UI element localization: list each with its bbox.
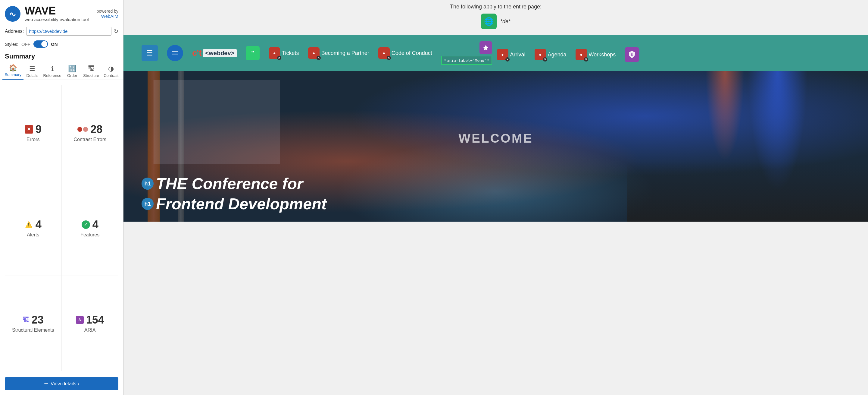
arrival-error-badge: ✕ (505, 57, 509, 61)
nav-item-tickets[interactable]: ● ✕ Tickets (269, 47, 299, 59)
nav-item-becoming-partner[interactable]: ● ✕ Becoming a Partner (308, 47, 369, 59)
nav-list-icon-1: ☰ (142, 45, 158, 61)
lang-indicator: 🌐 *de* (129, 10, 862, 32)
refresh-button[interactable]: ↻ (114, 28, 118, 35)
webAIM-link[interactable]: WebAIM (101, 13, 118, 19)
contrast-icon-badge (78, 127, 88, 132)
error-icon: ✕ (25, 125, 33, 134)
toggle-off-label: OFF (21, 41, 30, 47)
welcome-text: WELCOME (458, 131, 533, 146)
left-panel: WAVE web accessibility evaluation tool p… (0, 0, 123, 395)
hero-title-text-1: THE Conference for (156, 175, 303, 192)
nav-item-agenda[interactable]: ● ✕ Agenda (535, 49, 566, 60)
right-panel: The following apply to the entire page: … (123, 0, 868, 395)
summary-errors-cell: ✕ 9 Errors (5, 85, 62, 180)
tab-reference[interactable]: ℹ Reference (41, 62, 63, 80)
wave-title: WAVE (25, 5, 89, 16)
powered-by-text: powered by (97, 9, 118, 13)
contrast-count-row: 28 (78, 123, 102, 136)
hero-section: WELCOME h1 THE Conference for h1 Fronten… (123, 71, 868, 222)
aria-count-row: A 154 (76, 314, 104, 326)
tickets-error-badge: ✕ (277, 56, 281, 60)
top-info-bar: The following apply to the entire page: … (123, 0, 868, 35)
partner-label: Becoming a Partner (321, 50, 369, 56)
wave-title-block: WAVE web accessibility evaluation tool (25, 5, 89, 22)
nav-item-arrival[interactable]: ● ✕ Arrival (497, 49, 526, 60)
agenda-label: Agenda (548, 52, 566, 58)
arrival-error-icon: ● ✕ (497, 49, 508, 60)
conduct-error-icon: ● ✕ (378, 47, 390, 59)
powered-block: powered by WebAIM (97, 9, 118, 19)
alert-icon: ⚠️ (25, 220, 33, 229)
structural-icon: 🏗 (23, 316, 29, 324)
tab-summary[interactable]: 🏠 Summary (2, 61, 24, 80)
features-count-row: ✓ 4 (82, 218, 98, 231)
list-icon: ☰ (29, 65, 35, 73)
styles-label: Styles: (5, 41, 19, 47)
view-details-button[interactable]: ☰ View details › (5, 377, 118, 390)
tab-structure[interactable]: 🏗 Structure (81, 62, 101, 80)
summary-features-cell: ✓ 4 Features (62, 180, 119, 276)
order-icon: 🔢 (68, 65, 76, 73)
quote-icon: " (246, 46, 259, 60)
aria-label-box: *aria-label="Menü"* (441, 56, 492, 65)
structure-icon: 🏗 (88, 65, 95, 73)
wave-logo (5, 6, 21, 22)
address-input[interactable] (26, 27, 112, 35)
tickets-label: Tickets (282, 50, 299, 56)
workshops-error-icon: ● ✕ (576, 49, 587, 60)
structural-count-row: 🏗 23 (23, 314, 44, 326)
aria-label-text: *aria-label="Menü"* (444, 58, 489, 63)
alerts-count: 4 (35, 218, 41, 231)
summary-grid: ✕ 9 Errors 28 Contrast Errors ⚠️ 4 Alert… (0, 80, 123, 371)
tab-reference-label: Reference (43, 73, 61, 78)
nav-row-2: ● ✕ Arrival ● ✕ Agenda ● ✕ Workshops (497, 47, 640, 62)
hero-title-line1: h1 THE Conference for (142, 175, 327, 192)
lang-badge: *de* (500, 19, 510, 25)
h1-badge-1: h1 (142, 178, 154, 190)
structural-count: 23 (32, 314, 44, 326)
structural-label: Structural Elements (12, 328, 54, 333)
styles-toggle[interactable] (33, 40, 48, 48)
errors-count: 9 (35, 123, 41, 136)
tab-details[interactable]: ☰ Details (24, 62, 41, 80)
contrast-count: 28 (90, 123, 102, 136)
workshops-error-badge: ✕ (584, 57, 588, 61)
styles-row: Styles: OFF ON (0, 38, 123, 51)
home-icon: 🏠 (9, 64, 17, 72)
partner-error-icon: ● ✕ (308, 47, 319, 59)
shield-icon: S (625, 47, 639, 62)
svg-text:S: S (631, 53, 633, 56)
tabs-bar: 🏠 Summary ☰ Details ℹ Reference 🔢 Order … (0, 61, 123, 80)
tab-contrast[interactable]: ◑ Contrast (101, 62, 121, 80)
aria-label: ARIA (84, 328, 95, 333)
agenda-error-icon: ● ✕ (535, 49, 546, 60)
wave-header: WAVE web accessibility evaluation tool p… (0, 0, 123, 25)
contrast-icon: ◑ (108, 65, 114, 73)
wave-subtitle: web accessibility evaluation tool (25, 17, 89, 22)
lang-globe-icon: 🌐 (481, 13, 497, 29)
tab-summary-label: Summary (4, 73, 21, 77)
errors-count-row: ✕ 9 (25, 123, 41, 136)
nav-item-workshops[interactable]: ● ✕ Workshops (576, 49, 616, 60)
agenda-error-badge: ✕ (543, 57, 547, 61)
nav-list-icon-2 (167, 45, 183, 61)
site-nav-bar: ☰ c't <webdev> " ● ✕ T (123, 35, 868, 71)
aria-icon: A (76, 316, 84, 324)
toggle-on-label: ON (51, 41, 58, 47)
info-icon: ℹ (51, 65, 54, 73)
nav-row-1: ☰ c't <webdev> " ● ✕ T (142, 41, 492, 65)
hero-content: h1 THE Conference for h1 Frontend Develo… (123, 163, 339, 222)
tickets-error-icon: ● ✕ (269, 47, 280, 59)
summary-contrast-cell: 28 Contrast Errors (62, 85, 119, 180)
arrival-label: Arrival (510, 52, 526, 58)
conduct-error-badge: ✕ (387, 56, 391, 60)
nav-item-code-of-conduct[interactable]: ● ✕ Code of Conduct (378, 47, 432, 59)
features-label: Features (81, 232, 99, 237)
tab-contrast-label: Contrast (103, 73, 118, 78)
workshops-label: Workshops (589, 52, 616, 58)
tab-order[interactable]: 🔢 Order (64, 62, 81, 80)
alerts-label: Alerts (27, 232, 39, 237)
errors-label: Errors (27, 137, 40, 142)
site-logo: c't <webdev> (192, 48, 237, 58)
